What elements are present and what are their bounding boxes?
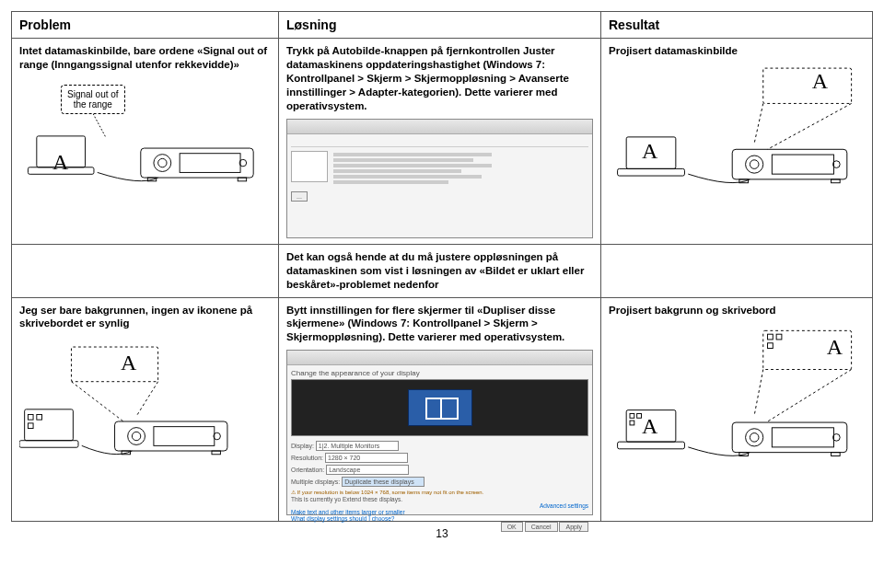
svg-rect-32 [212, 451, 220, 455]
svg-rect-6 [180, 154, 240, 173]
troubleshooting-table: Problem Løsning Resultat Intet datamaski… [11, 11, 873, 522]
problem-illustration: A [19, 338, 271, 476]
svg-point-15 [750, 160, 759, 169]
adapter-dialog-screenshot: ... [286, 119, 593, 238]
orientation-dropdown[interactable]: Landscape [326, 465, 409, 475]
result-illustration: A A [609, 324, 865, 480]
dialog-titlebar [287, 351, 592, 365]
problem-cell: Jeg ser bare bakgrunnen, ingen av ikonen… [12, 298, 279, 522]
svg-rect-40 [637, 414, 642, 419]
display-dropdown[interactable]: 1|2. Multiple Monitors [316, 441, 399, 451]
solution-text: Bytt innstillingen for flere skjermer ti… [286, 304, 593, 345]
svg-rect-20 [71, 347, 157, 382]
svg-rect-35 [776, 335, 782, 340]
label-multi: Multiple displays: [291, 478, 340, 485]
problem-text: Jeg ser bare bakgrunnen, ingen av ikonen… [19, 304, 271, 331]
header-result: Resultat [601, 12, 872, 38]
table-row: Jeg ser bare bakgrunnen, ingen av ikonen… [12, 298, 872, 522]
label-orientation: Orientation: [291, 467, 324, 473]
solution-note: Det kan også hende at du må justere oppl… [286, 250, 593, 292]
svg-rect-21 [25, 409, 74, 441]
apply-button[interactable]: Apply [559, 522, 588, 532]
problem-text: Intet datamaskinbilde, bare ordene «Sign… [19, 44, 271, 72]
svg-rect-19 [832, 179, 841, 183]
table-row: Intet datamaskinbilde, bare ordene «Sign… [12, 39, 872, 245]
svg-rect-16 [772, 155, 833, 174]
svg-rect-34 [768, 335, 774, 340]
cancel-button[interactable]: Cancel [525, 522, 558, 532]
label-display: Display: [291, 443, 314, 449]
svg-rect-48 [832, 453, 841, 456]
svg-rect-23 [28, 415, 33, 421]
table-header-row: Problem Løsning Resultat [12, 12, 872, 39]
label-resolution: Resolution: [291, 455, 323, 461]
svg-rect-24 [37, 415, 42, 421]
resolution-dropdown[interactable]: 1280 × 720 [325, 453, 408, 463]
note-text: This is currently yo Extend these displa… [291, 496, 588, 502]
svg-point-43 [746, 429, 763, 446]
warn-text: If your resolution is below 1024 × 768, … [297, 490, 484, 495]
solution-text: Trykk på Autobilde-knappen på fjernkontr… [286, 44, 593, 113]
svg-rect-29 [154, 427, 215, 446]
advanced-link[interactable]: Advanced settings [291, 502, 588, 509]
svg-rect-39 [630, 414, 634, 419]
result-illustration: A A [609, 65, 865, 203]
svg-rect-36 [768, 343, 774, 349]
dialog-body: ... [287, 134, 592, 205]
svg-rect-38 [618, 443, 685, 450]
display-settings-screenshot: Change the appearance of your display Di… [286, 350, 593, 515]
laptop-projector-icon [19, 338, 271, 476]
svg-point-14 [746, 156, 763, 173]
svg-point-4 [154, 155, 171, 172]
help-links[interactable]: Make text and other items larger or smal… [291, 509, 588, 522]
result-cell: Projisert bakgrunn og skrivebord A A [601, 298, 872, 522]
svg-rect-9 [238, 178, 246, 181]
solution-cell: Trykk på Autobilde-knappen på fjernkontr… [279, 39, 601, 244]
header-solution: Løsning [279, 12, 601, 38]
solution-note-cell: Det kan også hende at du må justere oppl… [279, 245, 601, 297]
letter-a: A [52, 150, 68, 175]
letter-a: A [812, 69, 828, 94]
dialog-titlebar [287, 120, 592, 134]
multi-display-dropdown[interactable]: Duplicate these displays [342, 477, 425, 487]
svg-rect-22 [19, 441, 78, 448]
result-cell: Projisert datamaskinbilde A A [601, 39, 872, 244]
monitor-icon [408, 389, 472, 426]
svg-point-27 [128, 428, 145, 445]
problem-cell: Intet datamaskinbilde, bare ordene «Sign… [12, 39, 279, 244]
svg-point-44 [750, 433, 759, 443]
svg-line-0 [93, 113, 106, 137]
letter-a: A [827, 335, 843, 360]
solution-cell: Bytt innstillingen for flere skjermer ti… [279, 298, 601, 522]
signal-callout: Signal out of the range [61, 85, 125, 114]
result-text: Projisert datamaskinbilde [609, 44, 865, 58]
table-row: Det kan også hende at du må justere oppl… [12, 245, 872, 298]
letter-a: A [642, 139, 657, 164]
result-cell-empty [601, 245, 872, 297]
svg-point-28 [132, 432, 140, 441]
svg-rect-45 [772, 428, 833, 447]
problem-cell-empty [12, 245, 279, 297]
letter-a: A [121, 351, 136, 375]
result-text: Projisert bakgrunn og skrivebord [609, 304, 865, 317]
svg-rect-10 [763, 68, 852, 103]
ok-button[interactable]: OK [501, 522, 523, 532]
letter-a: A [642, 414, 657, 439]
svg-rect-41 [630, 421, 634, 426]
svg-rect-12 [618, 168, 685, 176]
header-problem: Problem [12, 12, 279, 38]
svg-point-5 [158, 158, 167, 167]
problem-illustration: Signal out of the range A [19, 79, 271, 190]
dialog-body: Change the appearance of your display Di… [287, 365, 592, 534]
svg-rect-25 [28, 423, 33, 429]
